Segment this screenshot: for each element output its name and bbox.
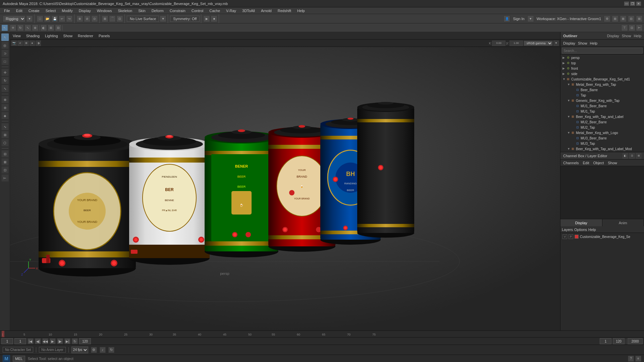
range-start-2[interactable] — [600, 338, 611, 344]
menu-modify[interactable]: Modify — [59, 8, 75, 13]
menu-3dtoall[interactable]: 3DToAll — [239, 8, 258, 13]
menu-arnold[interactable]: Arnold — [258, 8, 274, 13]
vp-menu-lighting[interactable]: Lighting — [44, 33, 59, 39]
soft-mod-btn[interactable]: ⊚ — [1, 104, 9, 111]
tree-item-16[interactable]: ⊡MU3_Tap — [561, 141, 643, 146]
tree-item-0[interactable]: ▶⚙persp — [561, 55, 643, 60]
redo-btn[interactable]: ↪ — [66, 15, 73, 22]
cb-menu-object[interactable]: Object — [592, 160, 605, 166]
channel-box-btn-3[interactable]: ⊞ — [636, 153, 641, 159]
tree-item-1[interactable]: ▶⚙top — [561, 60, 643, 66]
outliner-show-menu[interactable]: Show — [577, 41, 589, 46]
sign-in-dropdown[interactable]: ▼ — [527, 15, 534, 22]
viewport[interactable]: YOUR BRAND BEER YOUR BRAND — [10, 47, 560, 330]
loop-settings-btn[interactable]: ↻ — [108, 347, 114, 353]
tree-item-6[interactable]: ⊡Beer_Barre — [561, 87, 643, 93]
sign-in-btn[interactable]: 👤 — [503, 15, 510, 22]
max-end-input[interactable] — [628, 338, 643, 344]
toolbar-btn-1[interactable]: ▼ — [26, 15, 33, 22]
outliner-show-link[interactable]: Show — [622, 34, 631, 38]
surface-btn[interactable]: ⊞ — [1, 131, 9, 138]
view-side-btn[interactable]: ⊢ — [636, 24, 643, 31]
menu-constrain[interactable]: Constrain — [167, 8, 188, 13]
menu-redshift[interactable]: Redshift — [275, 8, 294, 13]
live-surface-toggle[interactable]: ▼ — [160, 15, 166, 22]
transform-btn[interactable]: ✛ — [10, 24, 16, 31]
cb-menu-show[interactable]: Show — [606, 160, 619, 166]
tree-item-13[interactable]: ⊡MU2_Tap — [561, 125, 643, 130]
ds-options-menu[interactable]: Options — [574, 228, 587, 232]
menu-control[interactable]: Control — [189, 8, 206, 13]
select-tool-btn[interactable]: ↖ — [1, 24, 8, 31]
snap-curve-btn[interactable]: ⌒ — [109, 15, 116, 22]
tree-item-4[interactable]: ▼⊞Customizable_Beverage_Keg_Set_nd1 — [561, 76, 643, 82]
layout-btn-4[interactable]: ⊞ — [636, 15, 643, 22]
outliner-display-menu[interactable]: Display — [562, 41, 577, 46]
lasso-btn[interactable]: ⊘ — [84, 15, 91, 22]
rotate-tool-btn[interactable]: ↻ — [1, 77, 9, 84]
cb-menu-channels[interactable]: Channels — [562, 160, 580, 166]
open-scene-btn[interactable]: 📂 — [44, 15, 51, 22]
outliner-help-menu[interactable]: Help — [589, 41, 599, 46]
scale-tool-btn[interactable]: ⤡ — [1, 85, 9, 92]
menu-cache[interactable]: Cache — [207, 8, 223, 13]
vp-menu-renderer[interactable]: Renderer — [76, 33, 95, 39]
tree-item-14[interactable]: ▼⊞Metal_Beer_Keg_with_Logo — [561, 130, 643, 135]
menu-help[interactable]: Help — [294, 8, 308, 13]
paint-btn[interactable]: ⊙ — [91, 15, 98, 22]
layer-p-btn[interactable]: P — [569, 234, 573, 239]
select-mode-btn[interactable]: ↖ — [1, 34, 9, 41]
undo-btn[interactable]: ↩ — [59, 15, 65, 22]
sign-in-label[interactable]: Sign In — [512, 17, 526, 21]
tree-item-10[interactable]: ⊡MU1_Tap — [561, 109, 643, 114]
layer-v-btn[interactable]: V — [562, 234, 567, 239]
color-mode-dropdown[interactable]: sRGB gamma — [524, 41, 553, 46]
left-misc-3[interactable]: ⊡ — [1, 166, 9, 174]
channel-box-btn-1[interactable]: ◧ — [623, 153, 628, 159]
vp-menu-panels[interactable]: Panels — [97, 33, 111, 39]
outliner-help-link[interactable]: Help — [634, 34, 641, 38]
vp-smooth-btn[interactable]: ● — [30, 41, 35, 46]
paint-select-btn[interactable]: ◎ — [1, 42, 9, 49]
menu-deform[interactable]: Deform — [149, 8, 166, 13]
marquee-select-btn[interactable]: □ — [1, 58, 9, 65]
menu-display[interactable]: Display — [76, 8, 94, 13]
view-persp-btn[interactable]: ⊡ — [629, 24, 635, 31]
go-to-end-btn[interactable]: ▶| — [64, 338, 70, 344]
menu-edit[interactable]: Edit — [13, 8, 25, 13]
tree-item-15[interactable]: ⊡MU3_Beer_Barre — [561, 135, 643, 141]
select-btn[interactable]: ⊕ — [76, 15, 83, 22]
menu-skeleton[interactable]: Skeleton — [115, 8, 135, 13]
left-misc-4[interactable]: ⊢ — [1, 174, 9, 182]
snap-point-btn[interactable]: ⊡ — [116, 15, 123, 22]
anim-tab[interactable]: Anim — [602, 219, 644, 226]
color-mode-toggle[interactable]: ▼ — [553, 41, 559, 46]
snap-grid-btn[interactable]: ⊞ — [102, 15, 108, 22]
cb-menu-edit[interactable]: Edit — [581, 160, 590, 166]
new-scene-btn[interactable]: □ — [37, 15, 43, 22]
vp-menu-view[interactable]: View — [11, 33, 22, 39]
workspace-dropdown[interactable]: Rigging — [3, 15, 25, 22]
symmetry-btn[interactable]: Symmetry: Off — [170, 16, 200, 22]
audio-btn[interactable]: ♪ — [100, 347, 106, 353]
menu-file[interactable]: File — [1, 8, 13, 13]
curve-btn[interactable]: ∿ — [1, 123, 9, 130]
align-btn[interactable]: ⊟ — [55, 24, 62, 31]
range-end-input[interactable] — [79, 338, 91, 344]
frame-start-input[interactable] — [1, 338, 13, 344]
go-to-start-btn[interactable]: |◀ — [28, 338, 34, 344]
menu-windows[interactable]: Windows — [94, 8, 115, 13]
tree-item-5[interactable]: ▼⊞Metal_Beer_Keg_with_Tap — [561, 82, 643, 87]
channel-box-btn-2[interactable]: ⊡ — [629, 153, 635, 159]
tree-item-8[interactable]: ▼⊞Generic_Beer_Keg_with_Tap — [561, 98, 643, 103]
ds-help-menu[interactable]: Help — [588, 228, 596, 232]
fps-settings-btn[interactable]: ⚙ — [91, 347, 97, 353]
vp-grid-btn[interactable]: # — [17, 41, 23, 46]
tree-item-2[interactable]: ▶⚙front — [561, 66, 643, 71]
vp-wireframe-btn[interactable]: ⊞ — [23, 41, 29, 46]
outliner-tree[interactable]: ▶⚙persp▶⚙top▶⚙front▶⚙side▼⊞Customizable_… — [560, 54, 644, 152]
layout-btn-3[interactable]: ⊟ — [628, 15, 635, 22]
stop-btn-toolbar[interactable]: ■ — [211, 15, 217, 22]
layout-btn-2[interactable]: ⊠ — [620, 15, 627, 22]
universal-manip-btn[interactable]: ⊕ — [32, 24, 39, 31]
